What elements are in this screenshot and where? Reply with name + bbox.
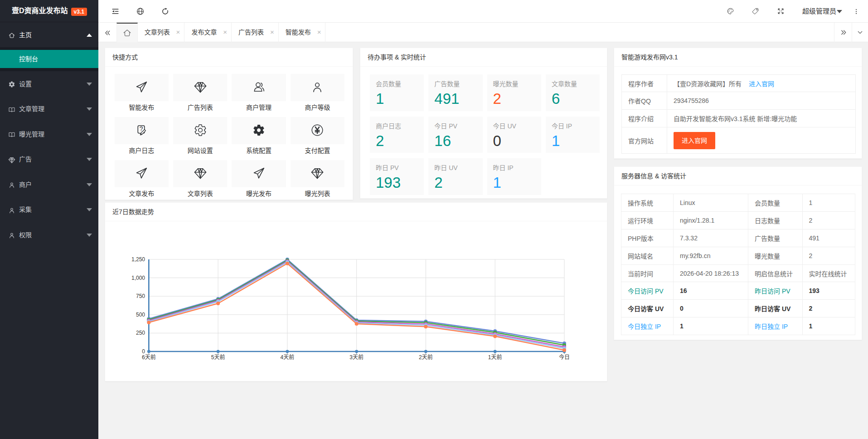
svg-text:1天前: 1天前: [488, 354, 502, 361]
svg-text:0: 0: [142, 348, 145, 355]
svg-text:1,250: 1,250: [131, 256, 145, 263]
svg-text:今日: 今日: [559, 354, 570, 361]
svg-text:6天前: 6天前: [142, 354, 156, 361]
svg-text:500: 500: [136, 312, 145, 318]
svg-text:1,000: 1,000: [131, 275, 145, 281]
svg-text:750: 750: [136, 293, 145, 299]
svg-text:5天前: 5天前: [211, 354, 225, 361]
svg-text:4天前: 4天前: [281, 354, 295, 361]
svg-text:3天前: 3天前: [349, 354, 364, 361]
svg-text:2天前: 2天前: [419, 354, 433, 361]
svg-text:250: 250: [136, 330, 145, 336]
